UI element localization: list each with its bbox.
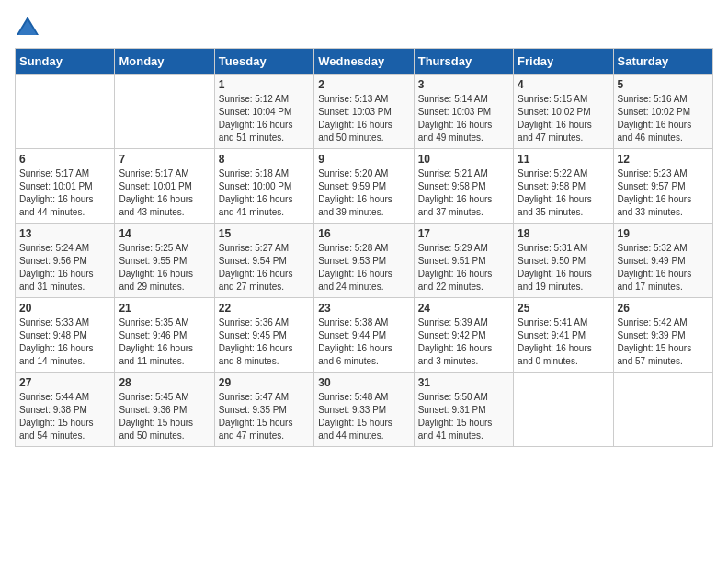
header-friday: Friday <box>514 49 613 75</box>
day-number: 28 <box>119 376 210 389</box>
calendar-header-row: SundayMondayTuesdayWednesdayThursdayFrid… <box>16 49 713 75</box>
calendar-cell: 15Sunrise: 5:27 AMSunset: 9:54 PMDayligh… <box>214 224 313 298</box>
calendar-cell: 7Sunrise: 5:17 AMSunset: 10:01 PMDayligh… <box>115 149 214 224</box>
calendar-cell: 18Sunrise: 5:31 AMSunset: 9:50 PMDayligh… <box>514 224 613 298</box>
calendar-cell: 26Sunrise: 5:42 AMSunset: 9:39 PMDayligh… <box>613 298 712 373</box>
day-info: Sunrise: 5:36 AMSunset: 9:45 PMDaylight:… <box>219 316 310 368</box>
calendar-cell: 14Sunrise: 5:25 AMSunset: 9:55 PMDayligh… <box>115 224 214 298</box>
day-info: Sunrise: 5:22 AMSunset: 9:58 PMDaylight:… <box>518 167 609 219</box>
day-info: Sunrise: 5:33 AMSunset: 9:48 PMDaylight:… <box>19 316 110 368</box>
day-info: Sunrise: 5:32 AMSunset: 9:49 PMDaylight:… <box>618 242 709 293</box>
calendar-cell: 10Sunrise: 5:21 AMSunset: 9:58 PMDayligh… <box>414 149 513 224</box>
day-info: Sunrise: 5:21 AMSunset: 9:58 PMDaylight:… <box>418 167 509 219</box>
day-number: 2 <box>318 78 409 91</box>
day-info: Sunrise: 5:13 AMSunset: 10:03 PMDaylight… <box>318 93 409 144</box>
day-number: 26 <box>618 302 709 315</box>
day-number: 4 <box>518 78 609 91</box>
day-info: Sunrise: 5:44 AMSunset: 9:38 PMDaylight:… <box>19 391 110 442</box>
logo <box>15 15 44 40</box>
day-number: 24 <box>418 302 509 315</box>
day-number: 8 <box>219 153 310 166</box>
calendar-cell: 20Sunrise: 5:33 AMSunset: 9:48 PMDayligh… <box>16 298 115 373</box>
calendar-cell: 12Sunrise: 5:23 AMSunset: 9:57 PMDayligh… <box>613 149 712 224</box>
day-info: Sunrise: 5:27 AMSunset: 9:54 PMDaylight:… <box>219 242 310 293</box>
calendar-week-row: 13Sunrise: 5:24 AMSunset: 9:56 PMDayligh… <box>16 224 713 298</box>
day-info: Sunrise: 5:14 AMSunset: 10:03 PMDaylight… <box>418 93 509 144</box>
day-number: 9 <box>318 153 409 166</box>
calendar-cell: 3Sunrise: 5:14 AMSunset: 10:03 PMDayligh… <box>414 75 513 149</box>
day-info: Sunrise: 5:29 AMSunset: 9:51 PMDaylight:… <box>418 242 509 293</box>
calendar-cell: 22Sunrise: 5:36 AMSunset: 9:45 PMDayligh… <box>214 298 313 373</box>
calendar-cell: 25Sunrise: 5:41 AMSunset: 9:41 PMDayligh… <box>514 298 613 373</box>
day-info: Sunrise: 5:16 AMSunset: 10:02 PMDaylight… <box>618 93 709 144</box>
calendar-week-row: 1Sunrise: 5:12 AMSunset: 10:04 PMDayligh… <box>16 75 713 149</box>
calendar-cell: 2Sunrise: 5:13 AMSunset: 10:03 PMDayligh… <box>314 75 414 149</box>
day-number: 16 <box>318 227 409 240</box>
day-number: 3 <box>418 78 509 91</box>
calendar-cell <box>514 373 613 447</box>
calendar-cell: 27Sunrise: 5:44 AMSunset: 9:38 PMDayligh… <box>16 373 115 447</box>
page-header <box>15 15 713 40</box>
day-number: 7 <box>119 153 210 166</box>
day-number: 31 <box>418 376 509 389</box>
day-info: Sunrise: 5:45 AMSunset: 9:36 PMDaylight:… <box>119 391 210 442</box>
day-info: Sunrise: 5:25 AMSunset: 9:55 PMDaylight:… <box>119 242 210 293</box>
calendar-cell: 13Sunrise: 5:24 AMSunset: 9:56 PMDayligh… <box>16 224 115 298</box>
day-info: Sunrise: 5:39 AMSunset: 9:42 PMDaylight:… <box>418 316 509 368</box>
calendar-cell: 29Sunrise: 5:47 AMSunset: 9:35 PMDayligh… <box>214 373 313 447</box>
header-wednesday: Wednesday <box>314 49 414 75</box>
day-info: Sunrise: 5:20 AMSunset: 9:59 PMDaylight:… <box>318 167 409 219</box>
calendar-cell: 4Sunrise: 5:15 AMSunset: 10:02 PMDayligh… <box>514 75 613 149</box>
day-info: Sunrise: 5:42 AMSunset: 9:39 PMDaylight:… <box>618 316 709 368</box>
day-number: 17 <box>418 227 509 240</box>
day-number: 29 <box>219 376 310 389</box>
day-info: Sunrise: 5:47 AMSunset: 9:35 PMDaylight:… <box>219 391 310 442</box>
day-number: 13 <box>19 227 110 240</box>
day-info: Sunrise: 5:24 AMSunset: 9:56 PMDaylight:… <box>19 242 110 293</box>
calendar-cell: 21Sunrise: 5:35 AMSunset: 9:46 PMDayligh… <box>115 298 214 373</box>
day-number: 10 <box>418 153 509 166</box>
day-number: 14 <box>119 227 210 240</box>
calendar-cell: 1Sunrise: 5:12 AMSunset: 10:04 PMDayligh… <box>214 75 313 149</box>
calendar-cell: 23Sunrise: 5:38 AMSunset: 9:44 PMDayligh… <box>314 298 414 373</box>
calendar-week-row: 27Sunrise: 5:44 AMSunset: 9:38 PMDayligh… <box>16 373 713 447</box>
day-number: 30 <box>318 376 409 389</box>
day-info: Sunrise: 5:50 AMSunset: 9:31 PMDaylight:… <box>418 391 509 442</box>
day-info: Sunrise: 5:12 AMSunset: 10:04 PMDaylight… <box>219 93 310 144</box>
day-number: 23 <box>318 302 409 315</box>
calendar-cell: 24Sunrise: 5:39 AMSunset: 9:42 PMDayligh… <box>414 298 513 373</box>
header-saturday: Saturday <box>613 49 712 75</box>
calendar-cell: 8Sunrise: 5:18 AMSunset: 10:00 PMDayligh… <box>214 149 313 224</box>
calendar-week-row: 6Sunrise: 5:17 AMSunset: 10:01 PMDayligh… <box>16 149 713 224</box>
day-number: 1 <box>219 78 310 91</box>
calendar-cell: 31Sunrise: 5:50 AMSunset: 9:31 PMDayligh… <box>414 373 513 447</box>
logo-icon <box>15 15 40 40</box>
day-info: Sunrise: 5:28 AMSunset: 9:53 PMDaylight:… <box>318 242 409 293</box>
day-info: Sunrise: 5:38 AMSunset: 9:44 PMDaylight:… <box>318 316 409 368</box>
day-number: 15 <box>219 227 310 240</box>
header-thursday: Thursday <box>414 49 513 75</box>
day-number: 5 <box>618 78 709 91</box>
calendar-cell: 6Sunrise: 5:17 AMSunset: 10:01 PMDayligh… <box>16 149 115 224</box>
calendar-cell: 11Sunrise: 5:22 AMSunset: 9:58 PMDayligh… <box>514 149 613 224</box>
header-monday: Monday <box>115 49 214 75</box>
day-info: Sunrise: 5:31 AMSunset: 9:50 PMDaylight:… <box>518 242 609 293</box>
calendar-table: SundayMondayTuesdayWednesdayThursdayFrid… <box>15 48 713 447</box>
day-info: Sunrise: 5:17 AMSunset: 10:01 PMDaylight… <box>119 167 210 219</box>
calendar-cell: 30Sunrise: 5:48 AMSunset: 9:33 PMDayligh… <box>314 373 414 447</box>
calendar-cell: 9Sunrise: 5:20 AMSunset: 9:59 PMDaylight… <box>314 149 414 224</box>
day-number: 21 <box>119 302 210 315</box>
day-info: Sunrise: 5:17 AMSunset: 10:01 PMDaylight… <box>19 167 110 219</box>
calendar-cell: 16Sunrise: 5:28 AMSunset: 9:53 PMDayligh… <box>314 224 414 298</box>
day-number: 22 <box>219 302 310 315</box>
day-number: 19 <box>618 227 709 240</box>
day-info: Sunrise: 5:23 AMSunset: 9:57 PMDaylight:… <box>618 167 709 219</box>
day-number: 11 <box>518 153 609 166</box>
calendar-cell: 28Sunrise: 5:45 AMSunset: 9:36 PMDayligh… <box>115 373 214 447</box>
header-sunday: Sunday <box>16 49 115 75</box>
day-number: 12 <box>618 153 709 166</box>
calendar-cell <box>613 373 712 447</box>
day-number: 25 <box>518 302 609 315</box>
day-number: 18 <box>518 227 609 240</box>
day-info: Sunrise: 5:48 AMSunset: 9:33 PMDaylight:… <box>318 391 409 442</box>
